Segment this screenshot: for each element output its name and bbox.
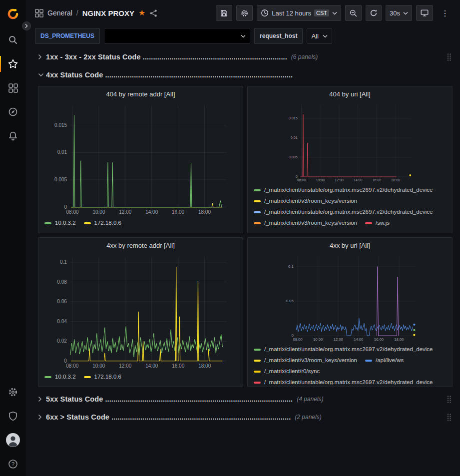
svg-text:0.1: 0.1 bbox=[288, 264, 294, 269]
chart-container: 08:0010:0012:0014:0016:0018:0000.0050.01… bbox=[38, 101, 243, 233]
panel-title[interactable]: 404 by uri [All] bbox=[248, 86, 452, 101]
legend-item[interactable]: /sw.js bbox=[365, 217, 390, 228]
timeseries-plot[interactable]: 08:0010:0012:0014:0016:0018:0000.0050.01… bbox=[252, 101, 449, 183]
svg-text:08:00: 08:00 bbox=[293, 337, 302, 342]
dashboard-canvas: 1xx - 3xx - 2xx Status Code ............… bbox=[26, 46, 460, 476]
request-host-value: All bbox=[311, 32, 318, 40]
row-drag-handle[interactable] bbox=[447, 413, 453, 422]
legend-item[interactable]: /_matrix/client/unstable/org.matrix.msc2… bbox=[254, 184, 433, 195]
sidebar-item-alerting[interactable] bbox=[0, 124, 26, 148]
panel-title[interactable]: 4xx by remote addr [All] bbox=[38, 238, 243, 253]
legend-item[interactable]: /_matrix/client/v3/room_keys/version bbox=[254, 217, 357, 228]
svg-text:0: 0 bbox=[64, 204, 67, 210]
panel-404-by-remote-addr: 404 by remote addr [All] 08:0010:0012:00… bbox=[38, 86, 243, 233]
svg-text:16:00: 16:00 bbox=[172, 363, 185, 369]
share-icon[interactable] bbox=[149, 9, 158, 17]
svg-text:0.1: 0.1 bbox=[60, 259, 67, 265]
dashboard-title[interactable]: NGINX PROXY bbox=[82, 9, 134, 17]
panel-title[interactable]: 4xx by uri [All] bbox=[248, 238, 452, 253]
row-title: 4xx Status Code ........................… bbox=[46, 71, 293, 79]
zoom-out-time-button[interactable] bbox=[345, 5, 362, 21]
panel-grid: 404 by remote addr [All] 08:0010:0012:00… bbox=[38, 86, 453, 387]
refresh-button[interactable] bbox=[366, 5, 382, 21]
row-drag-handle[interactable] bbox=[447, 395, 453, 404]
svg-text:0.015: 0.015 bbox=[289, 116, 298, 120]
sidebar-item-help[interactable]: ? bbox=[0, 452, 26, 476]
svg-text:0.04: 0.04 bbox=[57, 319, 67, 324]
svg-text:18:00: 18:00 bbox=[198, 363, 211, 369]
refresh-icon bbox=[370, 9, 378, 17]
legend-item[interactable]: 10.0.3.2 bbox=[44, 217, 76, 228]
kebab-icon: ⋮ bbox=[441, 8, 449, 18]
legend-item[interactable]: 10.0.3.2 bbox=[44, 371, 76, 382]
legend-item[interactable]: /_matrix/client/unstable/org.matrix.msc2… bbox=[254, 377, 433, 385]
svg-text:0.06: 0.06 bbox=[57, 299, 67, 304]
row-drag-handle[interactable] bbox=[447, 53, 453, 61]
refresh-interval-label: 30s bbox=[390, 9, 400, 17]
sidebar-item-starred[interactable] bbox=[0, 52, 26, 76]
legend: 10.0.3.2172.18.0.6 bbox=[42, 370, 240, 385]
timeseries-plot[interactable]: 08:0010:0012:0014:0016:0018:0000.0050.01… bbox=[42, 101, 240, 216]
row-title: 6xx > Status Code ......................… bbox=[46, 413, 291, 421]
chevron-right-icon bbox=[24, 23, 28, 28]
chevron-down-icon bbox=[332, 11, 337, 15]
panel-title[interactable]: 404 by remote addr [All] bbox=[38, 86, 243, 101]
breadcrumb-divider: / bbox=[76, 9, 78, 17]
legend: /_matrix/client/unstable/org.matrix.msc2… bbox=[252, 183, 449, 231]
variable-ds-prometheus-label[interactable]: DS_PROMETHEUS bbox=[35, 28, 100, 44]
legend-item[interactable]: /_matrix/client/v3/room_keys/version bbox=[254, 355, 357, 366]
grafana-flame-icon bbox=[6, 7, 19, 20]
sidebar-item-server-admin[interactable] bbox=[0, 404, 26, 428]
time-range-picker[interactable]: Last 12 hours CST bbox=[257, 5, 341, 21]
row-panel-count: (2 panels) bbox=[295, 414, 321, 421]
variable-request-host-label[interactable]: request_host bbox=[254, 28, 303, 44]
sidebar-item-configuration[interactable] bbox=[0, 380, 26, 404]
legend-item[interactable]: 172.18.0.6 bbox=[84, 217, 121, 228]
row-title: 1xx - 3xx - 2xx Status Code ............… bbox=[46, 53, 287, 61]
dashboard-settings-button[interactable] bbox=[236, 5, 253, 21]
save-dashboard-button[interactable] bbox=[216, 5, 232, 21]
datasource-select[interactable] bbox=[104, 28, 250, 44]
svg-text:12:00: 12:00 bbox=[335, 178, 344, 182]
row-panel-count: (6 panels) bbox=[291, 53, 318, 60]
svg-text:10:00: 10:00 bbox=[92, 209, 105, 215]
favorite-star-icon[interactable]: ★ bbox=[138, 9, 145, 17]
more-options-button[interactable]: ⋮ bbox=[437, 5, 453, 21]
row-6xx[interactable]: 6xx > Status Code ......................… bbox=[38, 410, 453, 424]
row-4xx[interactable]: 4xx Status Code ........................… bbox=[38, 68, 453, 82]
grafana-app: ? General / NGINX PR bbox=[0, 0, 460, 476]
row-1xx-3xx-2xx[interactable]: 1xx - 3xx - 2xx Status Code ............… bbox=[38, 50, 453, 64]
svg-text:0.08: 0.08 bbox=[57, 279, 67, 285]
svg-text:18:00: 18:00 bbox=[394, 337, 404, 342]
legend-item[interactable]: 172.18.0.6 bbox=[84, 371, 121, 382]
sidebar-item-explore[interactable] bbox=[0, 100, 26, 124]
legend: 10.0.3.2172.18.0.6 bbox=[42, 216, 240, 231]
sidebar-item-search[interactable] bbox=[0, 28, 26, 52]
svg-text:12:00: 12:00 bbox=[334, 337, 343, 342]
row-5xx[interactable]: 5xx Status Code ........................… bbox=[38, 392, 453, 406]
star-icon bbox=[8, 59, 18, 69]
svg-text:0: 0 bbox=[291, 333, 293, 338]
clock-icon bbox=[261, 9, 269, 17]
sidebar-collapse-button[interactable] bbox=[22, 21, 31, 30]
sidebar-item-profile[interactable] bbox=[0, 428, 26, 452]
avatar bbox=[5, 433, 20, 448]
refresh-interval-picker[interactable]: 30s bbox=[386, 5, 412, 21]
legend-item[interactable]: /api/live/ws bbox=[365, 355, 404, 366]
chart-container: 08:0010:0012:0014:0016:0018:0000.0050.01… bbox=[248, 101, 452, 233]
svg-text:0.005: 0.005 bbox=[54, 177, 67, 182]
variables-bar: DS_PROMETHEUS request_host All bbox=[26, 26, 460, 46]
legend-item[interactable]: /_matrix/client/v3/room_keys/version bbox=[254, 195, 357, 206]
timeseries-plot[interactable]: 08:0010:0012:0014:0016:0018:0000.020.040… bbox=[42, 253, 240, 370]
svg-text:14:00: 14:00 bbox=[145, 363, 158, 369]
legend-item[interactable]: /_matrix/client/unstable/org.matrix.msc2… bbox=[254, 344, 433, 355]
breadcrumb-folder[interactable]: General bbox=[47, 9, 72, 17]
request-host-select[interactable]: All bbox=[307, 28, 332, 44]
timeseries-plot[interactable]: 08:0010:0012:0014:0016:0018:0000.050.1 bbox=[252, 253, 449, 343]
gear-icon bbox=[8, 387, 18, 397]
time-range-label: Last 12 hours bbox=[272, 9, 311, 17]
legend-item[interactable]: /_matrix/client/r0/sync bbox=[254, 366, 320, 377]
legend-item[interactable]: /_matrix/client/unstable/org.matrix.msc2… bbox=[254, 206, 433, 217]
tv-mode-button[interactable] bbox=[416, 5, 433, 21]
sidebar-item-dashboards[interactable] bbox=[0, 76, 26, 100]
